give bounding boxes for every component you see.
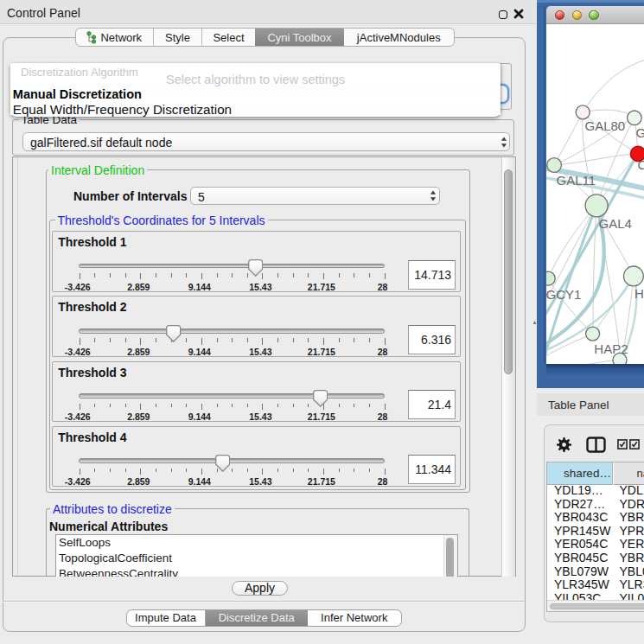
svg-text:GAL4: GAL4 [598, 216, 631, 231]
svg-text:GAL80: GAL80 [584, 118, 625, 132]
svg-text:GCY1: GCY1 [546, 287, 581, 302]
svg-text:GAL1: GAL1 [635, 124, 644, 139]
svg-text:HAP2: HAP2 [594, 341, 628, 355]
svg-text:GAL11: GAL11 [556, 172, 596, 187]
svg-text:HA: HA [634, 286, 644, 301]
svg-text:CD: CD [637, 156, 644, 171]
